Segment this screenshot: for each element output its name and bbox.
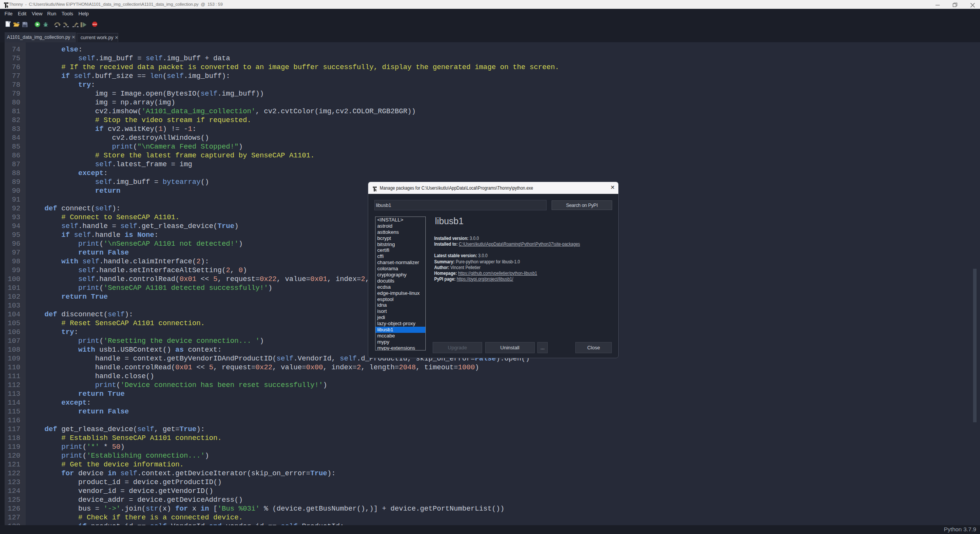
svg-text:STOP: STOP (92, 23, 97, 25)
